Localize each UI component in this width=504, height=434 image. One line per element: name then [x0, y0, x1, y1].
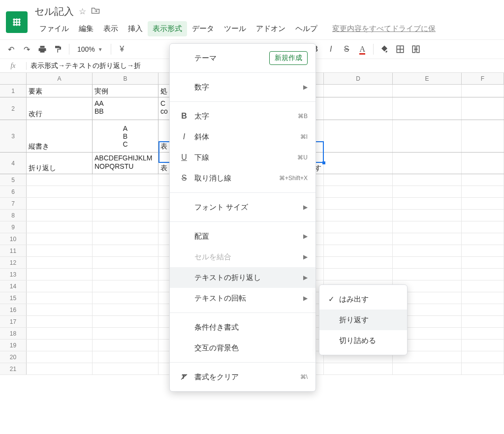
cell[interactable]: [324, 363, 393, 374]
cell[interactable]: [27, 210, 93, 221]
menu-addons[interactable]: アドオン: [251, 21, 290, 36]
row-header[interactable]: 1: [0, 85, 27, 97]
cell[interactable]: [393, 174, 462, 186]
cell-a3[interactable]: 縦書き: [27, 120, 93, 152]
cell-e4[interactable]: [393, 153, 462, 174]
cell[interactable]: [462, 233, 504, 245]
cell[interactable]: [27, 257, 93, 268]
move-to-folder-icon[interactable]: [91, 6, 100, 17]
cell[interactable]: [462, 245, 504, 256]
menu-view[interactable]: 表示: [98, 21, 123, 36]
cell-b4[interactable]: ABCDEFGHIJKLMNOPQRSTU: [93, 153, 158, 174]
cell-a1[interactable]: 要素: [27, 85, 93, 97]
row-header[interactable]: 6: [0, 186, 27, 197]
cell[interactable]: [393, 269, 462, 280]
cell[interactable]: [27, 316, 93, 327]
cell[interactable]: [93, 245, 158, 256]
menu-number[interactable]: 数字 ▶: [170, 77, 315, 97]
menu-conditional-formatting[interactable]: 条件付き書式: [170, 317, 315, 338]
col-header-b[interactable]: B: [93, 73, 158, 84]
cell[interactable]: [324, 245, 393, 256]
cell-f1[interactable]: [462, 85, 504, 97]
cell-e1[interactable]: [393, 85, 462, 97]
cell-d2[interactable]: [324, 97, 393, 120]
selection-handle[interactable]: [322, 161, 325, 164]
redo-button[interactable]: ↷: [20, 42, 33, 56]
cell[interactable]: [393, 198, 462, 209]
cell[interactable]: [27, 245, 93, 256]
cell[interactable]: [324, 210, 393, 221]
cell[interactable]: [27, 269, 93, 280]
cell-f3[interactable]: [462, 120, 504, 152]
wrap-option-wrap[interactable]: 折り返す: [319, 310, 407, 330]
cell[interactable]: [393, 363, 462, 374]
cell[interactable]: [393, 221, 462, 233]
row-header[interactable]: 20: [0, 351, 27, 363]
cell[interactable]: [93, 304, 158, 315]
cell[interactable]: [93, 340, 158, 351]
cell[interactable]: [93, 198, 158, 209]
cell[interactable]: [462, 292, 504, 304]
row-header[interactable]: 12: [0, 257, 27, 268]
row-header[interactable]: 17: [0, 316, 27, 327]
cell-f2[interactable]: [462, 97, 504, 120]
row-header[interactable]: 18: [0, 328, 27, 339]
menu-alternating-colors[interactable]: 交互の背景色: [170, 338, 315, 358]
cell[interactable]: [93, 221, 158, 233]
cell[interactable]: [27, 221, 93, 233]
cell-a4[interactable]: 折り返し: [27, 153, 93, 174]
menu-format[interactable]: 表示形式: [148, 21, 187, 36]
wrap-option-clip[interactable]: 切り詰める: [319, 330, 407, 351]
cell[interactable]: [462, 363, 504, 374]
cell[interactable]: [93, 233, 158, 245]
cell[interactable]: [27, 340, 93, 351]
cell[interactable]: [27, 174, 93, 186]
cell[interactable]: [27, 186, 93, 197]
row-header[interactable]: 21: [0, 363, 27, 374]
cell[interactable]: [93, 292, 158, 304]
zoom-select[interactable]: 100% ▼: [73, 45, 107, 53]
cell[interactable]: [27, 233, 93, 245]
menu-insert[interactable]: 挿入: [123, 21, 148, 36]
print-button[interactable]: [35, 42, 49, 56]
cell[interactable]: [324, 186, 393, 197]
cell[interactable]: [324, 174, 393, 186]
cell[interactable]: [93, 351, 158, 363]
cell-a2[interactable]: 改行: [27, 97, 93, 120]
menu-bold[interactable]: B 太字 ⌘B: [170, 106, 315, 126]
cell[interactable]: [462, 280, 504, 292]
cell-f4[interactable]: [462, 153, 504, 174]
col-header-f[interactable]: F: [462, 73, 504, 84]
italic-button[interactable]: I: [324, 42, 338, 56]
cell[interactable]: [93, 186, 158, 197]
cell[interactable]: [462, 351, 504, 363]
row-header[interactable]: 7: [0, 198, 27, 209]
cell[interactable]: [462, 257, 504, 268]
row-header[interactable]: 16: [0, 304, 27, 315]
menu-align[interactable]: 配置 ▶: [170, 226, 315, 247]
currency-button[interactable]: ¥: [115, 42, 129, 56]
cell[interactable]: [462, 269, 504, 280]
cell[interactable]: [27, 328, 93, 339]
cell[interactable]: [27, 198, 93, 209]
cell-b1[interactable]: 実例: [93, 85, 158, 97]
row-header[interactable]: 2: [0, 97, 27, 120]
menu-file[interactable]: ファイル: [34, 21, 74, 36]
cell[interactable]: [27, 292, 93, 304]
document-title[interactable]: セル記入: [34, 5, 74, 18]
menu-italic[interactable]: I 斜体 ⌘I: [170, 126, 315, 147]
paint-format-button[interactable]: [51, 42, 65, 56]
menu-text-rotation[interactable]: テキストの回転 ▶: [170, 288, 315, 309]
cell[interactable]: [93, 257, 158, 268]
save-status[interactable]: 変更内容をすべてドライブに保: [332, 24, 436, 33]
menu-data[interactable]: データ: [187, 21, 219, 36]
cell[interactable]: [462, 221, 504, 233]
cell[interactable]: [27, 280, 93, 292]
row-header[interactable]: 4: [0, 153, 27, 174]
cell[interactable]: [462, 316, 504, 327]
cell[interactable]: [93, 316, 158, 327]
row-header[interactable]: 13: [0, 269, 27, 280]
cell[interactable]: [27, 304, 93, 315]
cell[interactable]: [93, 363, 158, 374]
star-icon[interactable]: ☆: [79, 6, 86, 17]
